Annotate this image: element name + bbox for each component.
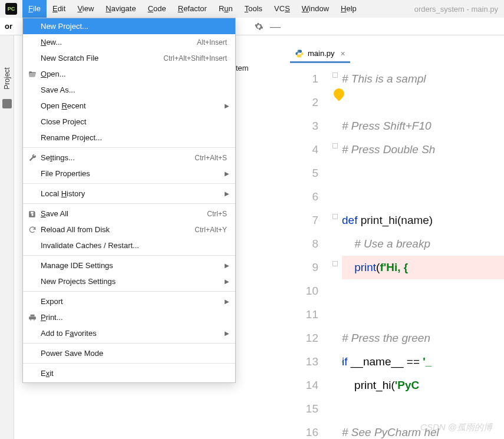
menu-navigate[interactable]: Navigate [100,0,141,18]
menu-item-label: Open... [41,70,227,78]
menu-code[interactable]: Code [142,0,172,18]
line-number[interactable]: 13 [288,350,330,374]
fold-toggle-icon[interactable] [332,72,338,78]
menu-item-add-to-favorites[interactable]: Add to Favorites [23,325,235,341]
menu-item-manage-ide-settings[interactable]: Manage IDE Settings [23,258,235,273]
code-line[interactable] [342,397,504,421]
fold-toggle-icon[interactable] [332,143,338,148]
fold-toggle-icon[interactable] [332,261,338,266]
line-number[interactable]: 2 [288,91,330,114]
menu-item-new-project[interactable]: New Project... [23,18,235,34]
menu-run[interactable]: Run [213,0,239,18]
close-tab-icon[interactable]: × [341,49,345,58]
line-number[interactable]: 14 [288,374,330,397]
menu-item-open[interactable]: Open... [23,66,235,82]
code-line[interactable]: print(f'Hi, { [342,256,504,279]
code-line[interactable]: def print_hi(name) [342,209,504,232]
menu-item-label: Save All [41,209,207,218]
line-number[interactable]: 12 [288,326,330,350]
menu-tools[interactable]: Tools [239,0,268,18]
submenu-arrow-icon [225,298,229,305]
menu-item-export[interactable]: Export [23,293,235,309]
code-line[interactable]: # This is a sampl [342,67,504,91]
reload-icon [28,225,37,235]
menu-item-save-all[interactable]: Save AllCtrl+S [23,206,235,222]
code-area[interactable]: # This is a sampl# Press Shift+F10# Pres… [342,64,504,439]
line-number[interactable]: 1 [288,67,330,91]
menu-item-new-scratch-file[interactable]: New Scratch FileCtrl+Alt+Shift+Insert [23,50,235,66]
submenu-arrow-icon [225,170,229,177]
hide-tool-window-icon[interactable]: — [269,20,282,33]
menu-item-rename-project[interactable]: Rename Project... [23,130,235,146]
code-line[interactable]: # Use a breakp [342,232,504,256]
project-tool-tab[interactable]: Project [0,58,14,99]
menu-item-exit[interactable]: Exit [23,365,235,381]
submenu-arrow-icon [225,330,229,336]
menu-item-shortcut: Ctrl+S [207,210,227,218]
menu-item-local-history[interactable]: Local History [23,186,235,202]
line-number[interactable]: 5 [288,161,330,185]
menu-item-label: Close Project [41,117,227,126]
menu-item-settings[interactable]: Settings...Ctrl+Alt+S [23,150,235,166]
fold-toggle-icon[interactable] [332,214,338,219]
menu-help[interactable]: Help [335,0,363,18]
code-line[interactable]: # Press Shift+F10 [342,114,504,138]
menu-edit[interactable]: Edit [47,0,71,18]
menu-item-close-project[interactable]: Close Project [23,114,235,130]
file-menu-dropdown: New Project...New...Alt+InsertNew Scratc… [22,18,236,383]
code-line[interactable] [342,279,504,303]
line-number[interactable]: 11 [288,303,330,326]
line-number[interactable]: 3 [288,114,330,138]
menu-item-shortcut: Ctrl+Alt+Y [195,226,227,234]
menu-item-save-as[interactable]: Save As... [23,82,235,98]
code-editor[interactable]: 12345678910111213141516 # This is a samp… [288,64,504,439]
editor-tab-main[interactable]: main.py × [290,45,350,63]
gear-icon[interactable] [252,20,265,33]
menu-item-label: Rename Project... [41,133,227,142]
menu-item-print[interactable]: Print... [23,309,235,325]
window-title: orders_system - main.py [414,5,504,14]
code-line[interactable]: print_hi('PyC [342,374,504,397]
line-number[interactable]: 16 [288,421,330,439]
menu-item-new[interactable]: New...Alt+Insert [23,34,235,50]
code-line[interactable]: # Press the green [342,326,504,350]
line-number[interactable]: 9 [288,256,330,279]
menu-item-label: Invalidate Caches / Restart... [41,241,227,250]
save-icon [28,209,37,219]
menu-item-label: New... [41,38,197,47]
app-icon: PC [0,0,22,18]
code-line[interactable] [342,303,504,326]
project-tool-icon [2,99,12,108]
menu-file[interactable]: File [22,0,47,18]
code-line[interactable] [342,91,504,114]
code-line[interactable] [342,161,504,185]
editor-gutter: 12345678910111213141516 [288,64,330,439]
code-line[interactable] [342,185,504,209]
menu-window[interactable]: Window [296,0,335,18]
menu-vcs[interactable]: VCS [268,0,296,18]
line-number[interactable]: 4 [288,138,330,161]
menu-item-invalidate-caches-restart[interactable]: Invalidate Caches / Restart... [23,237,235,253]
menu-view[interactable]: View [71,0,100,18]
menu-item-shortcut: Ctrl+Alt+Shift+Insert [163,54,227,62]
menu-refactor[interactable]: Refactor [172,0,213,18]
menubar: PC FileEditViewNavigateCodeRefactorRunTo… [0,0,504,18]
menu-item-label: Print... [41,313,227,322]
menu-item-open-recent[interactable]: Open Recent [23,98,235,114]
submenu-arrow-icon [225,278,229,285]
line-number[interactable]: 6 [288,185,330,209]
line-number[interactable]: 7 [288,209,330,232]
menu-item-label: Power Save Mode [41,349,227,358]
menu-item-file-properties[interactable]: File Properties [23,166,235,181]
code-line[interactable]: if __name__ == '_ [342,350,504,374]
menu-item-new-projects-settings[interactable]: New Projects Settings [23,273,235,289]
line-number[interactable]: 15 [288,397,330,421]
line-number[interactable]: 8 [288,232,330,256]
menu-item-reload-all-from-disk[interactable]: Reload All from DiskCtrl+Alt+Y [23,222,235,237]
code-line[interactable]: # Press Double Sh [342,138,504,161]
line-number[interactable]: 10 [288,279,330,303]
menu-item-power-save-mode[interactable]: Power Save Mode [23,345,235,361]
menu-item-label: Save As... [41,85,227,94]
menu-item-label: Exit [41,369,227,378]
menu-item-shortcut: Alt+Insert [197,38,227,47]
